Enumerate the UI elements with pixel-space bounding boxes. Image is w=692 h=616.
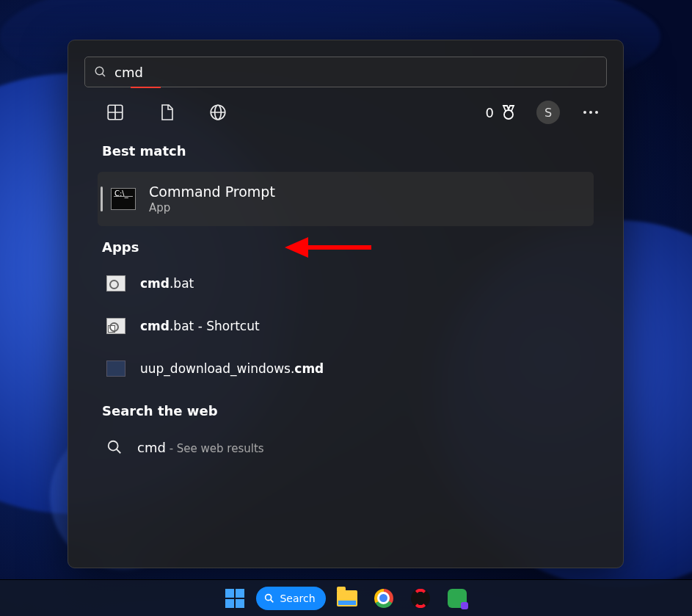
start-button[interactable] (219, 583, 250, 614)
app-result[interactable]: uup_download_windows.cmd (102, 347, 589, 390)
app-result-label: uup_download_windows.cmd (140, 361, 324, 376)
best-match-title: Command Prompt (149, 184, 275, 200)
svg-line-1 (102, 73, 105, 76)
svg-line-14 (271, 599, 274, 602)
green-app-icon (448, 589, 467, 608)
windows-logo-icon (225, 589, 244, 608)
bat-file-icon (106, 275, 125, 291)
file-explorer-icon (337, 590, 357, 606)
scope-bar: 0 S (84, 87, 607, 130)
taskbar-app-green[interactable] (442, 583, 473, 614)
app-result[interactable]: cmd.bat - Shortcut (102, 305, 589, 347)
scope-documents-icon[interactable] (156, 102, 177, 123)
spellcheck-underline (131, 87, 161, 88)
svg-point-11 (109, 441, 118, 451)
more-options-button[interactable] (579, 106, 602, 118)
taskbar-search-label: Search (280, 593, 315, 604)
rewards-medal-icon (500, 103, 517, 122)
taskbar-search-button[interactable]: Search (256, 587, 325, 610)
best-match-result[interactable]: C:\_ Command Prompt App (98, 172, 594, 226)
web-result-label: cmd - See web results (137, 440, 264, 455)
search-icon (106, 439, 123, 455)
apps-section: Apps (84, 226, 607, 255)
scope-apps-icon[interactable] (105, 102, 125, 123)
rewards-button[interactable]: 0 (486, 103, 517, 122)
search-input[interactable] (114, 65, 597, 80)
svg-point-8 (504, 110, 513, 119)
scope-web-icon[interactable] (208, 102, 228, 123)
taskbar: Search (0, 579, 692, 616)
rewards-count: 0 (486, 105, 494, 120)
web-heading: Search the web (102, 403, 589, 418)
app-result-label: cmd.bat (140, 276, 194, 291)
app-result[interactable]: cmd.bat (102, 262, 589, 305)
chrome-icon (374, 589, 393, 608)
svg-point-13 (266, 594, 272, 600)
svg-line-12 (117, 449, 121, 454)
taskbar-file-explorer[interactable] (332, 583, 363, 614)
svg-point-0 (95, 67, 103, 75)
search-box[interactable] (84, 57, 607, 87)
search-icon (94, 65, 107, 79)
apps-heading: Apps (102, 239, 589, 255)
opera-icon (411, 589, 430, 608)
app-result-label: cmd.bat - Shortcut (140, 319, 260, 333)
cmd-file-icon (106, 360, 125, 377)
best-match-section: Best match (84, 130, 607, 159)
best-match-subtitle: App (149, 201, 275, 214)
bat-shortcut-icon (106, 318, 125, 334)
web-search-result[interactable]: cmd - See web results (102, 426, 589, 468)
command-prompt-icon: C:\_ (111, 188, 136, 210)
taskbar-chrome[interactable] (368, 583, 399, 614)
web-section: Search the web (84, 390, 607, 418)
search-icon (263, 593, 275, 604)
start-search-panel: 0 S Best match C:\_ Command Prompt App A… (68, 40, 624, 568)
taskbar-opera[interactable] (405, 583, 436, 614)
best-match-heading: Best match (102, 143, 589, 159)
account-avatar[interactable]: S (536, 101, 560, 124)
